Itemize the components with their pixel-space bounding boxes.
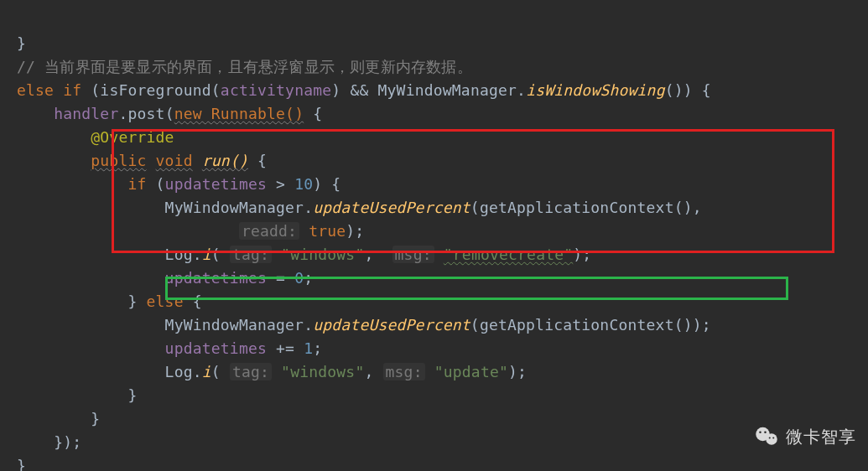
kw-else: else <box>17 81 54 99</box>
watermark: 微卡智享 <box>754 424 856 449</box>
op-eq: = <box>267 269 294 287</box>
brace: }); <box>54 433 81 451</box>
brace: } <box>17 34 26 52</box>
string-update: "update" <box>434 363 508 380</box>
op-gt: > <box>267 175 294 193</box>
field-updatetimes: updatetimes <box>165 175 267 193</box>
brace: ) { <box>313 175 340 193</box>
kw-else: else <box>147 292 184 310</box>
param-label-tag: tag: <box>230 246 272 263</box>
ident-handler: handler <box>54 105 118 122</box>
svg-point-3 <box>764 431 767 433</box>
param-activityname: activityname <box>221 81 331 99</box>
string-windows: "windows" <box>281 246 364 263</box>
brace: ); <box>346 222 364 240</box>
kw-if: if <box>127 175 146 193</box>
num-0: 0 <box>294 269 304 287</box>
brace: ); <box>573 246 591 263</box>
brace: { <box>304 105 322 122</box>
call-log-i: i <box>202 246 211 263</box>
class-mywm: MyWindowManager <box>165 199 304 216</box>
code-editor[interactable]: } // 当前界面是要显示的界面，且有悬浮窗显示，则更新内存数据。 else i… <box>0 0 868 471</box>
semi: ; <box>313 339 322 357</box>
svg-point-2 <box>759 431 761 433</box>
brace: } <box>91 410 100 427</box>
brace: ()) { <box>665 81 711 99</box>
class-mywm: MyWindowManager <box>165 316 304 334</box>
wechat-icon <box>754 424 779 449</box>
svg-point-4 <box>769 437 771 438</box>
class-log: Log <box>165 246 193 263</box>
kw-true: true <box>309 222 346 240</box>
call-isforeground: isForeground <box>100 81 211 99</box>
brace: } <box>127 292 146 310</box>
call-post: post <box>127 105 164 122</box>
watermark-text: 微卡智享 <box>786 426 856 448</box>
brace: ); <box>508 363 527 380</box>
brace: } <box>127 386 137 404</box>
call-getapplicationcontext: getApplicationContext()); <box>480 316 711 334</box>
op-and: && <box>350 81 368 99</box>
new-runnable: new Runnable() <box>174 105 304 122</box>
string-removecreate: "removecreate" <box>444 246 574 263</box>
param-label-tag: tag: <box>230 363 272 380</box>
semi: ; <box>304 269 313 287</box>
kw-void: void <box>156 152 193 169</box>
param-label-msg: msg: <box>383 363 425 380</box>
num-10: 10 <box>294 175 313 193</box>
param-label-readd: readd: <box>239 222 299 240</box>
call-log-i: i <box>202 363 211 380</box>
svg-point-1 <box>766 433 777 445</box>
call-updateusedpercent: updateUsedPercent <box>313 199 470 216</box>
kw-public: public <box>91 152 146 169</box>
num-1: 1 <box>304 339 313 357</box>
field-updatetimes: updatetimes <box>165 269 267 287</box>
string-windows: "windows" <box>281 363 364 380</box>
class-log: Log <box>165 363 193 380</box>
call-updateusedpercent: updateUsedPercent <box>313 316 470 334</box>
call-iswindowshowing: isWindowShowing <box>526 81 665 99</box>
brace: { <box>184 292 202 310</box>
brace: } <box>17 457 26 471</box>
field-updatetimes: updatetimes <box>165 339 267 357</box>
class-mywm: MyWindowManager <box>378 81 517 99</box>
op-plus-eq: += <box>267 339 304 357</box>
param-label-msg: msg: <box>392 246 434 263</box>
svg-point-5 <box>772 437 774 438</box>
kw-if: if <box>63 81 81 99</box>
comment: // 当前界面是要显示的界面，且有悬浮窗显示，则更新内存数据。 <box>17 58 472 75</box>
anno-override: @Override <box>91 128 174 146</box>
brace: { <box>248 152 267 169</box>
call-getapplicationcontext: getApplicationContext(), <box>480 199 702 216</box>
method-run: run() <box>202 152 248 169</box>
